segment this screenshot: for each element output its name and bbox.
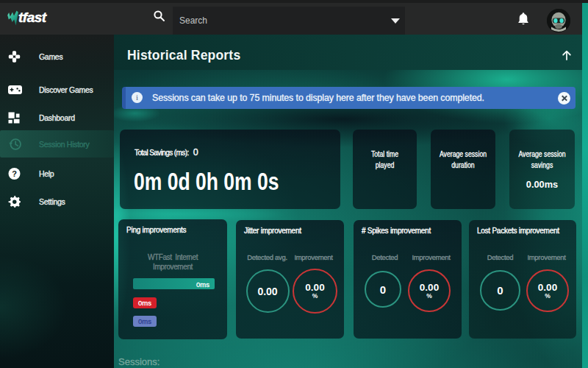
svg-text:?: ? bbox=[12, 169, 17, 178]
